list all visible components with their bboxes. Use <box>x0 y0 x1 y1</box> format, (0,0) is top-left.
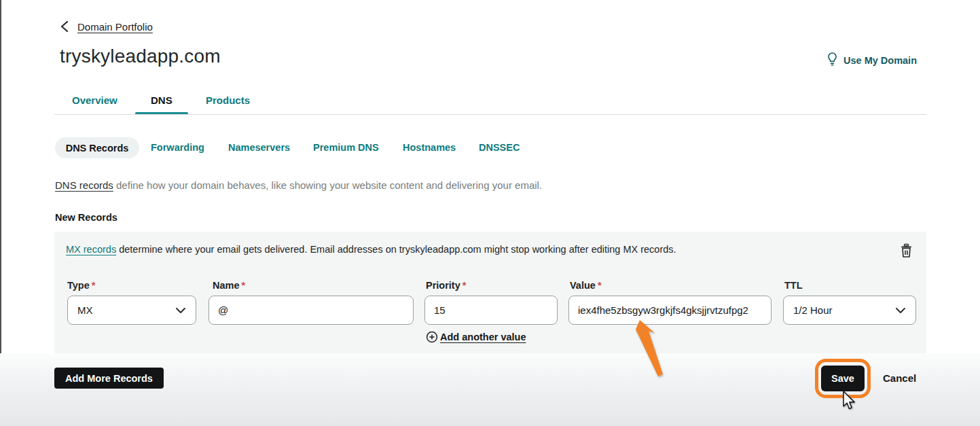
ttl-select-value: 1/2 Hour <box>793 304 833 316</box>
page-title: tryskyleadapp.com <box>60 46 221 67</box>
new-record-card: MX records determine where your email ge… <box>54 232 926 353</box>
dns-description: DNS records define how your domain behav… <box>55 179 542 191</box>
tabs-divider <box>54 114 926 115</box>
value-field-box <box>568 296 772 325</box>
delete-record-button[interactable] <box>899 242 916 260</box>
type-select[interactable]: MX <box>67 296 196 325</box>
subtab-forwarding[interactable]: Forwarding <box>151 142 204 153</box>
back-link-label[interactable]: Domain Portfolio <box>77 21 153 33</box>
subtab-hostnames[interactable]: Hostnames <box>403 142 456 153</box>
trash-icon <box>899 242 915 260</box>
type-select-value: MX <box>77 304 93 316</box>
new-records-heading: New Records <box>55 212 117 223</box>
name-input[interactable] <box>209 296 413 324</box>
tab-dns[interactable]: DNS <box>151 94 173 106</box>
use-my-domain-label[interactable]: Use My Domain <box>843 55 917 66</box>
required-asterisk: * <box>92 280 96 291</box>
name-field-box <box>208 296 414 325</box>
lightbulb-icon <box>827 52 838 69</box>
dns-records-link[interactable]: DNS records <box>55 179 113 191</box>
tab-overview[interactable]: Overview <box>72 94 117 106</box>
priority-label: Priority* <box>426 280 466 291</box>
required-asterisk: * <box>598 280 602 291</box>
subtab-dns-records-label: DNS Records <box>66 143 129 154</box>
back-to-domain-portfolio[interactable]: Domain Portfolio <box>60 20 153 33</box>
tab-products[interactable]: Products <box>206 94 250 106</box>
value-input[interactable] <box>569 296 771 324</box>
type-label: Type* <box>67 280 95 291</box>
use-my-domain-button[interactable]: Use My Domain <box>827 52 917 69</box>
mx-warning-rest: determine where your email gets delivere… <box>116 244 676 255</box>
chevron-left-icon <box>60 20 69 33</box>
add-another-value-label: Add another value <box>440 332 526 342</box>
subtab-dnssec[interactable]: DNSSEC <box>479 142 520 153</box>
name-label: Name* <box>213 280 245 291</box>
priority-field-box <box>424 296 558 325</box>
add-another-value-button[interactable]: Add another value <box>426 331 526 343</box>
plus-circle-icon <box>426 331 438 343</box>
chevron-down-icon <box>895 307 906 314</box>
mx-warning-text: MX records determine where your email ge… <box>66 244 676 255</box>
chevron-down-icon <box>175 307 186 314</box>
subtab-premium-dns[interactable]: Premium DNS <box>313 142 379 153</box>
ttl-label: TTL <box>784 280 803 291</box>
required-asterisk: * <box>242 280 246 291</box>
mx-records-link[interactable]: MX records <box>66 244 116 255</box>
ttl-select[interactable]: 1/2 Hour <box>783 296 916 325</box>
subtab-dns-records[interactable]: DNS Records <box>55 137 139 158</box>
value-label: Value* <box>570 280 602 291</box>
required-asterisk: * <box>462 280 467 291</box>
subtab-nameservers[interactable]: Nameservers <box>228 142 290 153</box>
save-button[interactable]: Save <box>821 366 865 391</box>
dns-description-text: define how your domain behaves, like sho… <box>113 179 542 191</box>
cancel-button[interactable]: Cancel <box>883 372 916 384</box>
priority-input[interactable] <box>425 296 557 324</box>
add-more-records-button[interactable]: Add More Records <box>54 368 164 389</box>
